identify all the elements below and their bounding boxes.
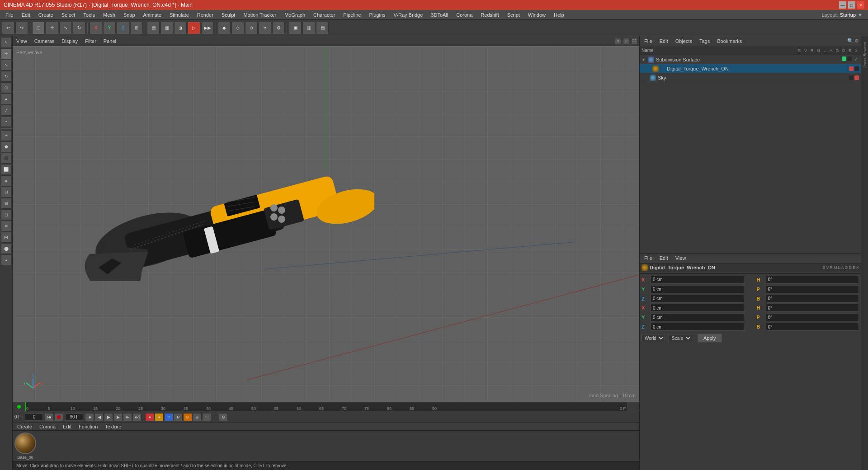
tool-stitch[interactable]: ⋈ [1,232,12,243]
om-edit-btn[interactable]: Edit [657,38,671,45]
scale-h-input[interactable] [766,304,859,312]
scale-p-input[interactable] [766,313,859,321]
scale-b-input[interactable] [766,323,859,331]
vp-menu-view[interactable]: View [14,38,29,45]
record-pos-button[interactable]: ● [145,413,154,421]
record-auto-btn[interactable]: ⊙ [183,413,192,421]
vp-safe-frame-icon[interactable]: ⊕ [615,38,621,44]
coord-p-input[interactable] [766,285,859,293]
render-queue-button[interactable]: ▶▶ [201,22,214,34]
start-frame-input[interactable] [25,414,43,421]
record-rot-btn[interactable]: ? [164,413,173,421]
mat-texture-btn[interactable]: Texture [102,423,124,430]
move-button[interactable]: ✛ [46,22,58,34]
tool-knife[interactable]: ⬟ [1,141,12,152]
coord-b-input[interactable] [766,295,859,303]
subdiv-dot-active[interactable] [842,56,846,61]
motion-btn[interactable]: ⋯ [202,413,211,421]
subdiv-dot-2[interactable] [847,56,852,61]
layout-btn-3[interactable]: ▤ [316,22,329,34]
menu-vray[interactable]: V-Ray Bridge [390,11,427,19]
prev-keyframe-button[interactable]: ⏮ [45,413,54,421]
tool-bridge[interactable]: ⬛ [1,153,12,164]
render-region-button[interactable]: ▤ [147,22,160,34]
am-file-btn[interactable]: File [642,254,655,262]
menu-mograph[interactable]: MoGraph [281,11,309,19]
display-mode-3[interactable]: ⊙ [245,22,258,34]
goto-end-button[interactable]: ⏭ [123,413,132,421]
viewport-3d[interactable]: Perspective [13,46,639,402]
wrench-dot-2[interactable] [854,66,859,71]
menu-mesh[interactable]: Mesh [99,11,119,19]
mat-corona-btn[interactable]: Corona [37,423,58,430]
vp-menu-filter[interactable]: Filter [83,38,98,45]
step-forward-button[interactable]: ▶ [113,413,123,421]
layout-dropdown-icon[interactable]: ▼ [858,12,863,18]
obj-expand-arrow[interactable]: ▼ [642,57,646,62]
vp-menu-display[interactable]: Display [60,38,80,45]
interactive-render-button[interactable]: ◑ [174,22,187,34]
coord-x-input[interactable] [651,276,744,284]
tool-obj-mode[interactable]: ⬡ [1,82,12,93]
y-axis-button[interactable]: Y [103,22,116,34]
coord-h-input[interactable] [766,276,859,284]
close-button[interactable]: × [857,1,864,9]
menu-create[interactable]: Create [35,11,57,19]
om-bookmarks-btn[interactable]: Bookmarks [714,38,745,45]
wrench-dot-1[interactable] [849,66,854,71]
om-objects-btn[interactable]: Objects [673,38,695,45]
obj-row-sky[interactable]: Sky [640,73,861,82]
layout-btn-2[interactable]: ▥ [302,22,315,34]
tool-extrude[interactable]: ⬜ [1,164,12,175]
step-back-button[interactable]: ◀ [94,413,104,421]
vp-menu-panel[interactable]: Panel [102,38,118,45]
tool-rotate[interactable]: ↻ [1,71,12,82]
mat-create-btn[interactable]: Create [14,423,35,430]
render-button[interactable]: ▷ [188,22,200,34]
tool-live-cut[interactable]: ✂ [1,130,12,141]
menu-select[interactable]: Select [58,11,79,19]
x-axis-button[interactable]: X [90,22,102,34]
om-tags-btn[interactable]: Tags [697,38,712,45]
menu-edit[interactable]: Edit [18,11,34,19]
tool-paint[interactable]: ⬥ [1,254,12,265]
menu-plugins[interactable]: Plugins [365,11,389,19]
menu-pipeline[interactable]: Pipeline [340,11,364,19]
end-frame-input[interactable] [65,414,83,421]
record-button[interactable] [54,413,63,421]
redo-button[interactable]: ↪ [15,22,28,34]
menu-sculpt[interactable]: Sculpt [218,11,239,19]
display-mode-2[interactable]: ◇ [231,22,244,34]
world-coord-button[interactable]: ⊞ [130,22,143,34]
am-view-btn[interactable]: View [673,254,689,262]
sky-dot-2[interactable] [854,75,859,80]
vp-expand-icon[interactable]: ⤢ [623,38,629,44]
coord-z-input[interactable] [651,295,744,303]
menu-corona[interactable]: Corona [453,11,476,19]
material-item-base00[interactable]: Base_00 [14,432,36,460]
menu-animate[interactable]: Animate [140,11,165,19]
transport-extra-btn[interactable]: ⚙ [219,413,228,421]
loop-button[interactable]: ⏭| [132,413,142,421]
menu-tools[interactable]: Tools [80,11,99,19]
panel-browser-label[interactable]: Asset Browser [863,42,867,68]
mat-edit-btn[interactable]: Edit [60,423,74,430]
menu-simulate[interactable]: Simulate [166,11,193,19]
world-dropdown[interactable]: World [642,334,665,342]
window-controls[interactable]: — □ × [839,1,864,9]
menu-window[interactable]: Window [524,11,549,19]
obj-row-subdiv[interactable]: ▼ Subdivision Surface ✓ [640,55,861,64]
coord-y-input[interactable] [651,285,744,293]
om-file-btn[interactable]: File [642,38,655,45]
scale-z-input[interactable] [651,323,744,331]
live-select-button[interactable]: ⬡ [32,22,45,34]
am-edit-btn[interactable]: Edit [657,254,671,262]
sky-dot-1[interactable] [849,75,854,80]
scale-button[interactable]: ⤡ [59,22,72,34]
mat-function-btn[interactable]: Function [76,423,100,430]
menu-script[interactable]: Script [504,11,524,19]
menu-render[interactable]: Render [193,11,217,19]
scale-x-input[interactable] [651,304,744,312]
vp-menu-cameras[interactable]: Cameras [33,38,57,45]
tool-scale[interactable]: ⤡ [1,60,12,70]
